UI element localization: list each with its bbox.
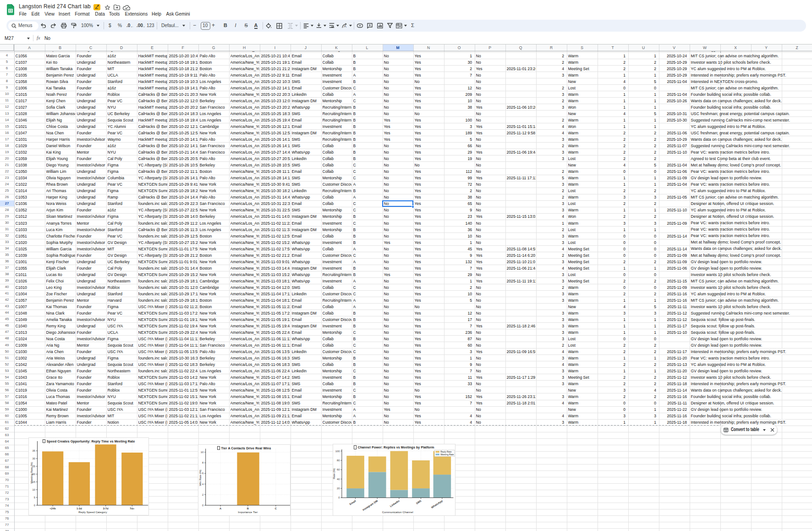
svg-text:1-3d: 1-3d (77, 507, 82, 509)
svg-text:LinkedIn: LinkedIn (389, 499, 400, 508)
svg-text:<24h: <24h (50, 507, 56, 509)
svg-text:C: C (274, 507, 277, 510)
svg-text:SMS: SMS (415, 499, 422, 505)
svg-text:A: A (344, 24, 346, 28)
svg-text:WhatsApp: WhatsApp (430, 499, 443, 509)
svg-text:Instagram DM: Instagram DM (362, 499, 378, 511)
svg-text:Reply Rate: Reply Rate (440, 451, 451, 453)
svg-text:0: 0 (338, 496, 340, 499)
svg-text:Meeting Rate: Meeting Rate (440, 454, 454, 456)
svg-text:Email: Email (349, 499, 357, 506)
svg-text:Communication Channel: Communication Channel (382, 510, 413, 514)
svg-text:7d+: 7d+ (130, 507, 135, 509)
svg-text:Importance Tier: Importance Tier (238, 510, 258, 514)
svg-text:Win Rate (%): Win Rate (%) (199, 470, 202, 486)
svg-text:B: B (247, 507, 248, 510)
svg-text:Reply Speed Category: Reply Speed Category (78, 510, 107, 514)
svg-text:Rate (%): Rate (%) (333, 468, 335, 479)
svg-text:A: A (219, 507, 222, 510)
svg-text:Meeting Rate (%): Meeting Rate (%) (30, 462, 33, 484)
svg-text:3-7d: 3-7d (103, 507, 109, 509)
